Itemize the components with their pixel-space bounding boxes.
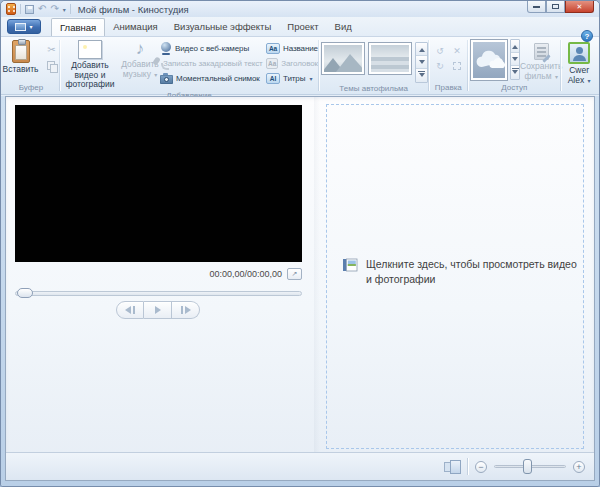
caption-button[interactable]: Aa Заголовок <box>266 56 318 71</box>
account-button[interactable]: Cwer Alex ▾ <box>562 39 596 85</box>
zoom-slider[interactable] <box>494 459 566 474</box>
group-label-themes: Темы автофильма <box>319 83 428 94</box>
gallery-scroll-up-button[interactable] <box>511 40 519 53</box>
frame-bar-icon <box>181 306 183 314</box>
tab-project[interactable]: Проект <box>279 18 326 36</box>
preview-monitor <box>15 105 302 262</box>
gallery-scroll-down-button[interactable] <box>416 56 427 69</box>
paste-label: Вставить <box>2 65 38 75</box>
pane-splitter[interactable] <box>314 97 320 480</box>
snapshot-button[interactable]: Моментальный снимок <box>160 71 266 86</box>
chevron-down-icon: ▾ <box>309 75 312 82</box>
status-bar: − + <box>6 452 594 480</box>
zoom-in-button[interactable]: + <box>573 461 585 473</box>
divider <box>20 4 21 14</box>
window-controls: ✕ <box>527 1 594 13</box>
next-frame-button[interactable] <box>172 301 200 319</box>
group-label-edit: Правка <box>429 82 467 94</box>
gallery-scroll-up-button[interactable] <box>416 43 427 56</box>
fullscreen-button[interactable]: ↗ <box>287 268 302 280</box>
tab-home[interactable]: Главная <box>51 18 105 36</box>
paste-button[interactable]: Вставить <box>2 39 38 75</box>
chevron-down-icon: ▾ <box>154 72 157 78</box>
zoom-slider-thumb[interactable] <box>523 459 532 474</box>
remove-button[interactable]: ✕ <box>448 43 465 58</box>
maximize-button[interactable] <box>546 1 565 13</box>
tab-view[interactable]: Вид <box>327 18 360 36</box>
rotate-right-button[interactable]: ↻ <box>431 58 448 73</box>
gallery-more-button[interactable] <box>416 69 427 82</box>
copy-icon <box>47 61 56 71</box>
snapshot-label: Моментальный снимок <box>176 74 260 83</box>
theme-gallery-scroll <box>415 42 428 83</box>
save-icon[interactable] <box>25 5 34 14</box>
add-videos-button[interactable]: Добавить видео и фотографии <box>60 39 120 90</box>
app-icon[interactable] <box>6 3 16 15</box>
webcam-icon <box>160 42 172 55</box>
cut-button[interactable]: ✂ <box>44 42 60 56</box>
clipboard-icon <box>12 40 30 63</box>
gallery-more-icon <box>418 71 425 80</box>
save-movie-icon <box>534 43 549 60</box>
minimize-button[interactable] <box>527 1 546 13</box>
tab-visual-effects[interactable]: Визуальные эффекты <box>166 18 280 36</box>
onedrive-share-button[interactable] <box>470 39 508 81</box>
help-icon[interactable]: ? <box>581 30 593 42</box>
timecode-row: 00:00,00/00:00,00 ↗ <box>15 267 302 280</box>
expand-icon: ↗ <box>292 270 298 277</box>
camera-icon <box>160 73 173 84</box>
previous-frame-button[interactable] <box>116 301 144 319</box>
title-button[interactable]: Aa Название <box>266 41 318 56</box>
group-label-account <box>561 85 597 94</box>
seek-thumb[interactable] <box>17 288 33 298</box>
gallery-more-button[interactable] <box>511 66 519 79</box>
group-label-share: Доступ <box>468 82 560 94</box>
browse-media-message[interactable]: Щелкните здесь, чтобы просмотреть видео … <box>342 257 582 286</box>
caption-label: Заголовок <box>281 59 318 68</box>
group-add: Добавить видео и фотографии ♪ Добавить м… <box>60 37 318 94</box>
redo-icon[interactable]: ↷ <box>50 4 58 14</box>
client-area: 00:00,00/00:00,00 ↗ <box>5 96 595 481</box>
rotate-left-button[interactable]: ↺ <box>431 43 448 58</box>
credits-button[interactable]: AI Титры ▾ <box>266 71 318 86</box>
group-clipboard: Вставить ✂ Буфер <box>3 37 59 94</box>
thumbnail-size-icon[interactable] <box>444 460 460 473</box>
next-frame-icon <box>185 306 191 314</box>
storyboard-empty-area[interactable]: Щелкните здесь, чтобы просмотреть видео … <box>326 104 584 449</box>
group-edit: ↺ ✕ ↻ Правка <box>429 37 467 94</box>
save-movie-button[interactable]: Сохранить фильм ▾ <box>522 39 560 81</box>
theme-thumbnail-contemporary[interactable] <box>368 42 412 75</box>
group-automovie-themes: Темы автофильма <box>319 37 428 94</box>
close-icon: ✕ <box>577 3 583 11</box>
scissors-icon: ✂ <box>47 44 55 55</box>
group-share: Сохранить фильм ▾ Доступ <box>468 37 560 94</box>
webcam-video-button[interactable]: Видео с веб-камеры <box>160 41 266 56</box>
triangle-up-icon <box>419 45 425 52</box>
minimize-icon <box>533 6 540 8</box>
copy-button[interactable] <box>44 59 60 73</box>
select-all-button[interactable] <box>448 58 465 73</box>
ribbon: Вставить ✂ Буфер Добавить видео и фотогр… <box>1 36 599 95</box>
qat-more-icon[interactable]: ▾ <box>63 6 66 13</box>
theme-thumbnail-default[interactable] <box>321 42 365 75</box>
share-gallery-scroll <box>510 39 520 80</box>
delete-icon: ✕ <box>453 46 461 56</box>
app-menu-icon <box>15 23 26 31</box>
play-button[interactable] <box>144 301 172 319</box>
undo-icon[interactable]: ↶ <box>38 4 46 14</box>
browse-media-text: Щелкните здесь, чтобы просмотреть видео … <box>366 257 582 286</box>
gallery-scroll-down-button[interactable] <box>511 53 519 66</box>
seek-bar[interactable] <box>15 291 302 296</box>
photos-icon <box>342 257 358 273</box>
ribbon-tab-bar: ▾ Главная Анимация Визуальные эффекты Пр… <box>1 17 599 36</box>
close-button[interactable]: ✕ <box>565 1 594 13</box>
chevron-down-icon: ▾ <box>555 74 558 80</box>
record-narration-button[interactable]: Записать закадровый текст ▾ <box>160 56 266 71</box>
music-note-icon: ♪ <box>136 40 145 58</box>
gallery-more-icon <box>512 68 519 77</box>
photo-icon <box>78 40 102 59</box>
title-label: Название <box>283 44 318 53</box>
file-menu-button[interactable]: ▾ <box>7 19 41 34</box>
zoom-out-button[interactable]: − <box>475 461 487 473</box>
tab-animation[interactable]: Анимация <box>105 18 166 36</box>
